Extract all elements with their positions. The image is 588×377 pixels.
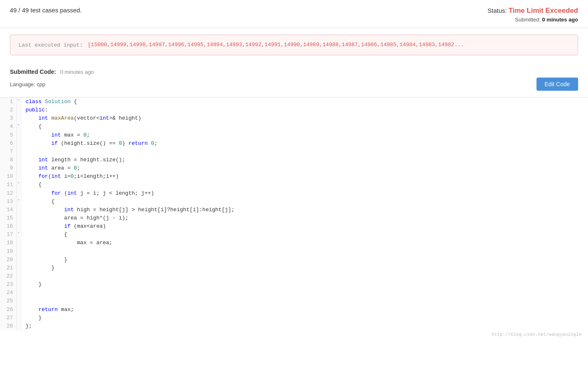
line-number: 16 [0, 222, 16, 231]
line-number: 23 [0, 280, 16, 289]
code-line: } [22, 256, 588, 264]
table-row: 7 [0, 148, 588, 156]
fold-marker [16, 272, 22, 280]
fold-marker [16, 322, 22, 330]
fold-marker [16, 297, 22, 305]
fold-marker [16, 256, 22, 264]
code-line: }; [22, 322, 588, 330]
watermark: http://blog.csdn.net/wangyaninglm [0, 330, 588, 340]
code-line: class Solution { [22, 98, 588, 106]
code-line: if (height.size() == 0) return 0; [22, 139, 588, 148]
line-number: 25 [0, 297, 16, 305]
line-number: 12 [0, 189, 16, 198]
fold-marker [16, 306, 22, 314]
table-row: 22 [0, 272, 588, 280]
fold-marker[interactable]: ▾ [16, 98, 22, 106]
line-number: 24 [0, 289, 16, 297]
code-line: if (max<area) [22, 222, 588, 231]
code-line: max = area; [22, 239, 588, 247]
line-number: 26 [0, 306, 16, 314]
table-row: 10 for(int i=0;i<length;i++) [0, 172, 588, 181]
line-number: 3 [0, 114, 16, 123]
code-line: int max = 0; [22, 131, 588, 139]
fold-marker [16, 139, 22, 148]
fold-marker [16, 164, 22, 172]
code-block-wrapper: 1 ▾ class Solution { 2 public: 3 int max… [0, 97, 588, 340]
fold-marker[interactable]: ▾ [16, 181, 22, 189]
code-line: for(int i=0;i<length;i++) [22, 172, 588, 181]
table-row: 25 [0, 297, 588, 305]
line-number: 2 [0, 106, 16, 114]
code-line: return max; [22, 306, 588, 314]
line-number: 18 [0, 239, 16, 247]
table-row: 28 }; [0, 322, 588, 330]
submitted-code-header: Submitted Code: 0 minutes ago [10, 68, 578, 75]
submitted-label: Submitted: [515, 16, 541, 23]
code-line: { [22, 123, 588, 131]
line-number: 17 [0, 231, 16, 239]
line-number: 5 [0, 131, 16, 139]
code-line: for (int j = i; j < length; j++) [22, 189, 588, 198]
table-row: 27 } [0, 314, 588, 322]
table-row: 26 return max; [0, 306, 588, 314]
line-number: 7 [0, 148, 16, 156]
table-row: 6 if (height.size() == 0) return 0; [0, 139, 588, 148]
line-number: 1 [0, 98, 16, 106]
table-row: 18 max = area; [0, 239, 588, 247]
fold-marker [16, 222, 22, 231]
fold-marker [16, 189, 22, 198]
code-line: int length = height.size(); [22, 156, 588, 164]
language-row: Language: cpp Edit Code [10, 78, 578, 91]
line-number: 13 [0, 198, 16, 206]
line-number: 15 [0, 214, 16, 222]
fold-marker [16, 114, 22, 123]
fold-marker [16, 214, 22, 222]
code-line: } [22, 314, 588, 322]
fold-marker [16, 206, 22, 214]
table-row: 11 ▾ { [0, 181, 588, 189]
fold-marker [16, 148, 22, 156]
line-number: 27 [0, 314, 16, 322]
submitted-code-section: Submitted Code: 0 minutes ago Language: … [0, 62, 588, 97]
fold-marker [16, 264, 22, 272]
table-row: 9 int area = 0; [0, 164, 588, 172]
line-number: 20 [0, 256, 16, 264]
table-row: 17 ▾ { [0, 231, 588, 239]
edit-code-button[interactable]: Edit Code [536, 78, 578, 91]
fold-marker[interactable]: ▾ [16, 198, 22, 206]
fold-marker[interactable]: ▾ [16, 231, 22, 239]
status-prefix: Status: [487, 7, 507, 14]
code-line: area = high*(j - i); [22, 214, 588, 222]
line-number: 9 [0, 164, 16, 172]
table-row: 21 } [0, 264, 588, 272]
fold-marker[interactable]: ▾ [16, 123, 22, 131]
code-line [22, 272, 588, 280]
code-line: int high = height[j] > height[i]?height[… [22, 206, 588, 214]
last-input-box: Last executed input: [15000,14999,14998,… [10, 35, 578, 55]
table-row: 12 for (int j = i; j < length; j++) [0, 189, 588, 198]
code-line: public: [22, 106, 588, 114]
line-number: 10 [0, 172, 16, 181]
table-row: 8 int length = height.size(); [0, 156, 588, 164]
table-row: 15 area = high*(j - i); [0, 214, 588, 222]
status-value: Time Limit Exceeded [508, 7, 578, 14]
status-block: Status: Time Limit Exceeded Submitted: 0… [487, 7, 578, 23]
code-line [22, 247, 588, 256]
submitted-time-ago: 0 minutes ago [60, 69, 94, 75]
code-line: int area = 0; [22, 164, 588, 172]
table-row: 19 [0, 247, 588, 256]
fold-marker [16, 239, 22, 247]
fold-marker [16, 289, 22, 297]
line-number: 28 [0, 322, 16, 330]
test-cases-text: 49 / 49 test cases passed. [10, 7, 82, 14]
table-row: 13 ▾ { [0, 198, 588, 206]
code-line: int maxArea(vector<int>& height) [22, 114, 588, 123]
table-row: 3 int maxArea(vector<int>& height) [0, 114, 588, 123]
table-row: 23 } [0, 280, 588, 289]
language-text: Language: cpp [10, 81, 45, 87]
line-number: 14 [0, 206, 16, 214]
last-input-row: Last executed input: [15000,14999,14998,… [19, 42, 569, 48]
fold-marker [16, 172, 22, 181]
code-line: } [22, 264, 588, 272]
table-row: 4 ▾ { [0, 123, 588, 131]
